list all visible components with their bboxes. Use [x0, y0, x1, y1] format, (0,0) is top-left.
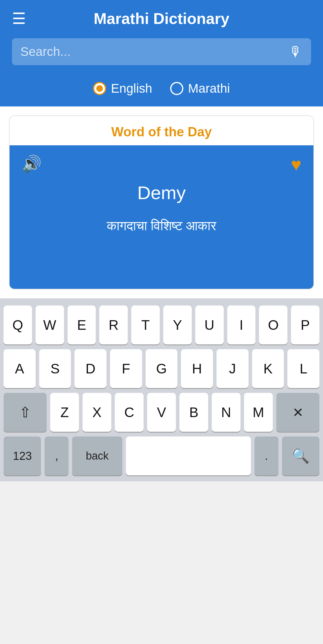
- sound-icon[interactable]: 🔊: [22, 155, 42, 173]
- number-key[interactable]: 123: [4, 437, 41, 475]
- keyboard-row-bottom: 123 , back . 🔍: [0, 434, 323, 481]
- key-v[interactable]: V: [147, 393, 176, 432]
- heart-icon[interactable]: ♥: [291, 154, 301, 175]
- comma-key[interactable]: ,: [45, 437, 68, 475]
- mic-icon[interactable]: 🎙: [289, 44, 303, 60]
- space-key[interactable]: [126, 437, 251, 475]
- key-z[interactable]: Z: [50, 393, 79, 432]
- key-d[interactable]: D: [74, 349, 106, 388]
- key-r[interactable]: R: [99, 306, 128, 344]
- key-f[interactable]: F: [110, 349, 142, 388]
- key-m[interactable]: M: [244, 393, 273, 432]
- key-a[interactable]: A: [4, 349, 36, 388]
- main-content: Word of the Day 🔊 ♥ Demy कागदाचा विशिष्ट…: [0, 106, 323, 298]
- keyboard: Q W E R T Y U I O P A S D F G H J K L ⇧ …: [0, 298, 323, 481]
- key-w[interactable]: W: [36, 306, 64, 344]
- key-p[interactable]: P: [291, 306, 319, 344]
- key-u[interactable]: U: [195, 306, 224, 344]
- search-bar-container: 🎙: [0, 35, 323, 74]
- wotd-title: Word of the Day: [10, 116, 313, 145]
- language-selector: English Marathi: [0, 74, 323, 106]
- key-b[interactable]: B: [179, 393, 208, 432]
- marathi-radio[interactable]: [170, 82, 183, 95]
- shift-key[interactable]: ⇧: [4, 393, 47, 432]
- english-label: English: [111, 81, 152, 96]
- keyboard-row-1: Q W E R T Y U I O P: [0, 303, 323, 347]
- search-key[interactable]: 🔍: [282, 437, 319, 475]
- key-e[interactable]: E: [68, 306, 96, 344]
- english-radio[interactable]: [93, 82, 106, 95]
- key-l[interactable]: L: [287, 349, 319, 388]
- english-option[interactable]: English: [93, 81, 152, 96]
- period-key[interactable]: .: [255, 437, 278, 475]
- key-i[interactable]: I: [227, 306, 256, 344]
- key-j[interactable]: J: [217, 349, 249, 388]
- key-n[interactable]: N: [212, 393, 240, 432]
- key-o[interactable]: O: [259, 306, 287, 344]
- search-bar: 🎙: [12, 38, 311, 65]
- key-y[interactable]: Y: [163, 306, 192, 344]
- marathi-option[interactable]: Marathi: [170, 81, 230, 96]
- key-h[interactable]: H: [181, 349, 213, 388]
- app-header: ☰ Marathi Dictionary: [0, 0, 323, 35]
- key-x[interactable]: X: [83, 393, 111, 432]
- backspace-key[interactable]: ✕: [276, 393, 319, 432]
- wotd-translation: कागदाचा विशिष्ट आकार: [22, 218, 301, 234]
- search-input[interactable]: [20, 45, 289, 59]
- marathi-label: Marathi: [188, 81, 230, 96]
- app-title: Marathi Dictionary: [94, 10, 229, 28]
- menu-icon[interactable]: ☰: [12, 11, 26, 26]
- key-g[interactable]: G: [146, 349, 178, 388]
- wotd-card: 🔊 ♥ Demy कागदाचा विशिष्ट आकार: [10, 145, 313, 289]
- keyboard-row-3: ⇧ Z X C V B N M ✕: [0, 390, 323, 434]
- wotd-word: Demy: [22, 182, 301, 203]
- key-q[interactable]: Q: [4, 306, 32, 344]
- key-t[interactable]: T: [131, 306, 160, 344]
- key-k[interactable]: K: [252, 349, 284, 388]
- keyboard-row-2: A S D F G H J K L: [0, 347, 323, 390]
- back-key[interactable]: back: [72, 437, 122, 475]
- key-c[interactable]: C: [115, 393, 144, 432]
- word-of-day-container: Word of the Day 🔊 ♥ Demy कागदाचा विशिष्ट…: [9, 115, 314, 289]
- key-s[interactable]: S: [39, 349, 71, 388]
